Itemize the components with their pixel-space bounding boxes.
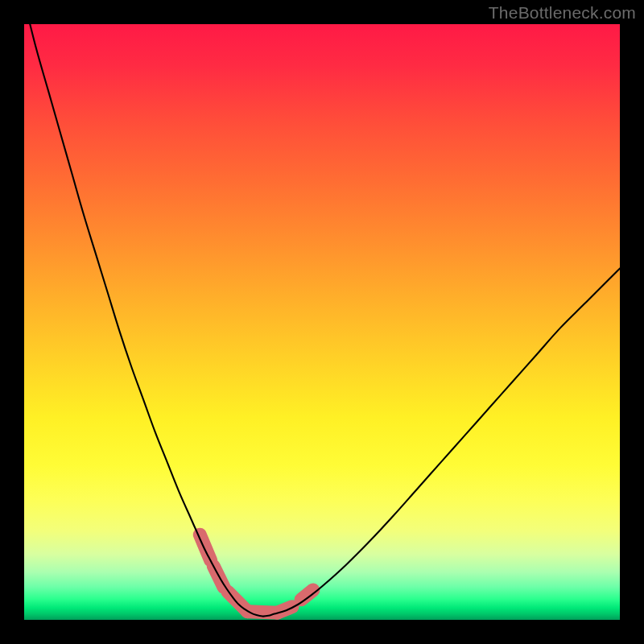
curve-layer: [24, 24, 620, 620]
bottleneck-curve: [24, 0, 620, 616]
chart-frame: TheBottleneck.com: [0, 0, 644, 644]
watermark-text: TheBottleneck.com: [489, 3, 636, 23]
